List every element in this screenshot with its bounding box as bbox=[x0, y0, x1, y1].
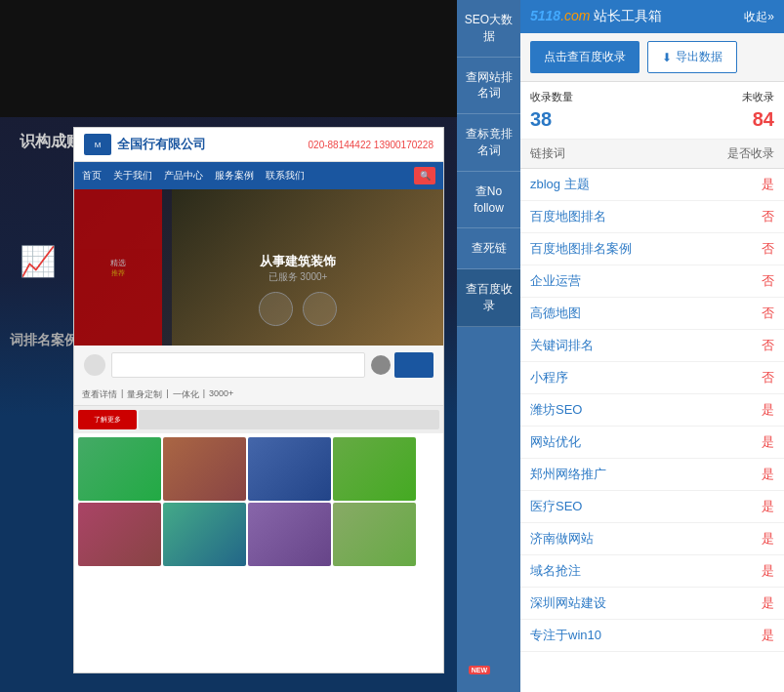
list-item: 企业运营否 bbox=[520, 265, 784, 298]
site-search-bar bbox=[74, 346, 443, 385]
list-item: 百度地图排名案例否 bbox=[520, 233, 784, 265]
export-button[interactable]: ⬇ 导出数据 bbox=[647, 41, 737, 73]
not-indexed-value: 84 bbox=[652, 108, 774, 131]
link-status: 是 bbox=[716, 594, 774, 612]
nav-tabs: SEO大数据 查网站排名词 查标竟排名词 查No follow 查死链 查百度收… bbox=[457, 0, 520, 692]
link-text[interactable]: 企业运营 bbox=[530, 272, 716, 290]
link-status: 是 bbox=[716, 433, 774, 451]
col-status-label: 是否收录 bbox=[716, 145, 774, 162]
banner-text: 从事建筑装饰 bbox=[260, 253, 336, 270]
search-btn-mock bbox=[394, 352, 433, 378]
case-label: 词排名案例 bbox=[10, 332, 78, 349]
links-table-header: 链接词 是否收录 bbox=[520, 140, 784, 169]
stats-row: 收录数量 38 未收录 84 bbox=[520, 82, 784, 140]
search-input-mock bbox=[111, 352, 365, 378]
link-text[interactable]: 深圳网站建设 bbox=[530, 594, 716, 612]
tab-dead-links[interactable]: 查死链 bbox=[457, 228, 520, 269]
link-text[interactable]: 百度地图排名 bbox=[530, 208, 716, 225]
link-text[interactable]: 专注于win10 bbox=[530, 627, 716, 644]
link-text[interactable]: 潍坊SEO bbox=[530, 401, 716, 419]
link-status: 否 bbox=[716, 337, 774, 354]
list-item: 潍坊SEO是 bbox=[520, 394, 784, 427]
panel-header: 5118.com 站长工具箱 收起» bbox=[520, 0, 784, 33]
link-status: 否 bbox=[716, 240, 774, 258]
link-text[interactable]: 高德地图 bbox=[530, 305, 716, 322]
new-badge: NEW bbox=[469, 666, 490, 674]
list-item: 郑州网络推广是 bbox=[520, 459, 784, 491]
list-item: zblog 主题是 bbox=[520, 169, 784, 201]
link-text[interactable]: 百度地图排名案例 bbox=[530, 240, 716, 258]
link-text[interactable]: 关键词排名 bbox=[530, 337, 716, 354]
link-status: 是 bbox=[716, 530, 774, 548]
banner-sub: 已服务 3000+ bbox=[268, 270, 328, 284]
tab-brand-rank[interactable]: 查标竟排名词 bbox=[457, 114, 520, 172]
link-status: 否 bbox=[716, 272, 774, 290]
site-logo: 全国行有限公司 bbox=[117, 136, 206, 153]
list-item: 专注于win10是 bbox=[520, 620, 784, 652]
link-text[interactable]: 济南做网站 bbox=[530, 530, 716, 548]
banner-red: 精选 推荐 bbox=[74, 189, 162, 346]
link-status: 是 bbox=[716, 627, 774, 644]
site-banner: 精选 推荐 从事建筑装饰 已服务 3000+ bbox=[74, 189, 443, 346]
export-icon: ⬇ bbox=[662, 51, 672, 64]
link-status: 是 bbox=[716, 466, 774, 483]
list-item: 百度地图排名否 bbox=[520, 201, 784, 233]
tab-site-rank[interactable]: 查网站排名词 bbox=[457, 58, 520, 115]
link-status: 否 bbox=[716, 208, 774, 225]
indexed-value: 38 bbox=[530, 108, 652, 131]
link-text[interactable]: 郑州网络推广 bbox=[530, 466, 716, 483]
list-item: 网站优化是 bbox=[520, 427, 784, 459]
site-menu: 首页 关于我们 产品中心 服务案例 联系我们 🔍 bbox=[74, 162, 443, 189]
baidu-check-button[interactable]: 点击查百度收录 bbox=[530, 41, 640, 73]
link-text[interactable]: 小程序 bbox=[530, 369, 716, 387]
list-item: 高德地图否 bbox=[520, 298, 784, 330]
link-text[interactable]: 域名抢注 bbox=[530, 562, 716, 580]
link-status: 是 bbox=[716, 562, 774, 580]
list-item: 关键词排名否 bbox=[520, 330, 784, 362]
collapse-button[interactable]: 收起» bbox=[744, 9, 774, 25]
chart-icon: 📈 bbox=[20, 244, 56, 278]
list-item: 深圳网站建设是 bbox=[520, 588, 784, 620]
link-status: 否 bbox=[716, 305, 774, 322]
links-list: zblog 主题是百度地图排名否百度地图排名案例否企业运营否高德地图否关键词排名… bbox=[520, 169, 784, 692]
main-content: 5118.com 站长工具箱 收起» 点击查百度收录 ⬇ 导出数据 收录数量 3… bbox=[520, 0, 784, 692]
action-bar: 点击查百度收录 ⬇ 导出数据 bbox=[520, 33, 784, 82]
site-categories: 查看详情 | 量身定制 | 一体化 | 3000+ bbox=[74, 385, 443, 406]
link-status: 否 bbox=[716, 369, 774, 387]
site-phone: 020-88144422 13900170228 bbox=[309, 140, 433, 150]
list-item: 济南做网站是 bbox=[520, 523, 784, 555]
tab-baidu-index[interactable]: 查百度收录 bbox=[457, 269, 520, 327]
top-dark-area bbox=[0, 0, 459, 117]
not-indexed-label: 未收录 bbox=[652, 90, 774, 104]
link-text[interactable]: 网站优化 bbox=[530, 433, 716, 451]
link-status: 是 bbox=[716, 498, 774, 515]
link-text[interactable]: zblog 主题 bbox=[530, 176, 716, 193]
link-status: 是 bbox=[716, 401, 774, 419]
seo-panel: SEO大数据 查网站排名词 查标竟排名词 查No follow 查死链 查百度收… bbox=[457, 0, 784, 692]
panel-logo: 5118.com 站长工具箱 bbox=[530, 8, 662, 25]
col-link-label: 链接词 bbox=[530, 145, 716, 162]
list-item: 域名抢注是 bbox=[520, 555, 784, 588]
list-item: 医疗SEO是 bbox=[520, 491, 784, 523]
link-status: 是 bbox=[716, 176, 774, 193]
link-text[interactable]: 医疗SEO bbox=[530, 498, 716, 515]
indexed-stat: 收录数量 38 bbox=[530, 90, 652, 131]
not-indexed-stat: 未收录 84 bbox=[652, 90, 774, 131]
site-nav-bar: M 全国行有限公司 020-88144422 13900170228 bbox=[74, 128, 443, 162]
tab-no-follow[interactable]: 查No follow bbox=[457, 172, 520, 229]
site-thumbnails bbox=[74, 433, 443, 570]
tab-seo-data[interactable]: SEO大数据 bbox=[457, 0, 520, 58]
site-preview: M 全国行有限公司 020-88144422 13900170228 首页 关于… bbox=[73, 127, 444, 673]
list-item: 小程序否 bbox=[520, 362, 784, 394]
indexed-label: 收录数量 bbox=[530, 90, 652, 104]
